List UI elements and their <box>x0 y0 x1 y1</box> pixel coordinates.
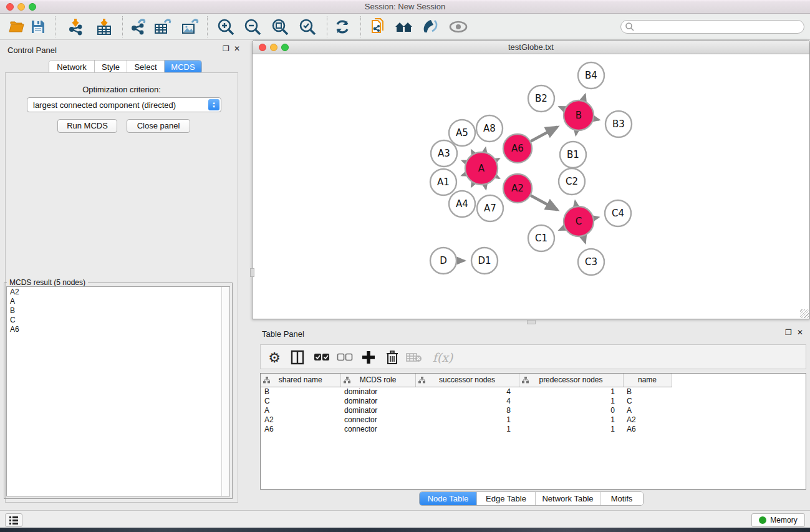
table-row[interactable]: Bdominator41B <box>261 387 806 396</box>
open-session-icon[interactable] <box>7 18 26 36</box>
edge-B-B2[interactable] <box>559 107 564 109</box>
cell-successor-nodes[interactable]: 4 <box>415 396 519 405</box>
cell-shared-name[interactable]: A6 <box>261 424 340 433</box>
column-header-shared-name[interactable]: shared name <box>261 374 340 387</box>
edge-C-C1[interactable] <box>559 228 564 230</box>
export-network-icon[interactable] <box>128 18 147 36</box>
edge-A-A3[interactable] <box>463 161 466 162</box>
add-column-icon[interactable] <box>360 349 377 366</box>
edge-B-B4[interactable] <box>583 95 585 101</box>
zoom-fit-icon[interactable] <box>271 18 289 36</box>
zoom-out-icon[interactable] <box>243 18 262 36</box>
cell-successor-nodes[interactable]: 1 <box>415 424 519 433</box>
mcds-result-item[interactable]: B <box>7 306 229 315</box>
close-panel-icon[interactable]: ✕ <box>797 328 803 337</box>
edge-A6-B[interactable] <box>531 127 557 142</box>
close-panel-icon[interactable]: ✕ <box>234 44 240 53</box>
float-panel-icon[interactable]: ❐ <box>223 44 229 53</box>
import-table-icon[interactable] <box>95 18 113 36</box>
export-table-icon[interactable] <box>153 18 172 36</box>
cell-name[interactable]: A6 <box>623 424 672 433</box>
edge-A2-C[interactable] <box>531 195 557 210</box>
node-table[interactable]: shared nameMCDS rolesuccessor nodesprede… <box>260 373 806 490</box>
close-panel-button[interactable]: Close panel <box>127 119 190 133</box>
search-field[interactable] <box>620 20 804 34</box>
cell-predecessor-nodes[interactable]: 1 <box>519 396 623 405</box>
tab-select[interactable]: Select <box>127 60 165 74</box>
scrollbar[interactable] <box>221 287 229 496</box>
table-row[interactable]: Cdominator41C <box>261 396 806 405</box>
mcds-result-item[interactable]: A2 <box>7 287 229 296</box>
cell-MCDS-role[interactable]: connector <box>340 415 415 424</box>
mcds-result-item[interactable]: C <box>7 315 229 324</box>
edge-A-A6[interactable] <box>496 158 499 160</box>
edge-C-C3[interactable] <box>583 236 585 243</box>
cell-name[interactable]: C <box>623 396 672 405</box>
cell-shared-name[interactable]: B <box>261 387 340 396</box>
vertical-splitter-handle[interactable] <box>250 268 254 277</box>
tab-style[interactable]: Style <box>95 60 127 74</box>
mcds-result-item[interactable]: A6 <box>7 324 229 334</box>
memory-button[interactable]: Memory <box>751 513 805 527</box>
table-row[interactable]: A6connector11A6 <box>261 424 806 433</box>
mcds-result-item[interactable]: A <box>7 296 229 306</box>
run-mcds-button[interactable]: Run MCDS <box>57 119 117 133</box>
column-header-successor-nodes[interactable]: successor nodes <box>415 374 519 387</box>
table-row[interactable]: Adominator80A <box>261 405 806 415</box>
tab-mcds[interactable]: MCDS <box>165 60 201 74</box>
table-options-icon[interactable]: ⚙ <box>266 349 283 366</box>
edge-A-A2[interactable] <box>496 177 499 178</box>
network-window-titlebar[interactable]: testGlobe.txt <box>253 41 809 54</box>
column-header-predecessor-nodes[interactable]: predecessor nodes <box>519 374 623 387</box>
edge-A-A4[interactable] <box>471 183 473 186</box>
edge-A-A8[interactable] <box>485 148 485 152</box>
zoom-selected-icon[interactable] <box>298 18 317 36</box>
refresh-icon[interactable] <box>333 18 352 36</box>
edge-B-B1[interactable] <box>576 131 577 135</box>
deselect-all-icon[interactable] <box>336 349 354 366</box>
tab-network-table[interactable]: Network Table <box>536 492 600 505</box>
import-network-icon[interactable] <box>66 18 85 36</box>
cell-successor-nodes[interactable]: 8 <box>415 405 519 415</box>
window-resize-grip[interactable] <box>800 309 809 318</box>
network-canvas[interactable]: B4B2BB3A5A8A6A3B1AA1C2A2A4A7C4CC1C3DD1 <box>253 54 809 319</box>
cell-successor-nodes[interactable]: 4 <box>415 387 519 396</box>
cell-MCDS-role[interactable]: dominator <box>340 405 415 415</box>
cell-predecessor-nodes[interactable]: 0 <box>519 405 623 415</box>
first-neighbors-icon[interactable] <box>394 18 413 36</box>
hide-selected-icon[interactable] <box>420 18 439 36</box>
cell-name[interactable]: A <box>623 405 672 415</box>
horizontal-splitter-handle[interactable] <box>527 320 536 324</box>
cell-shared-name[interactable]: A <box>261 405 340 415</box>
column-header-MCDS-role[interactable]: MCDS role <box>340 374 415 387</box>
task-history-button[interactable] <box>5 513 22 527</box>
cell-shared-name[interactable]: C <box>261 396 340 405</box>
export-image-icon[interactable] <box>181 18 200 36</box>
column-header-name[interactable]: name <box>623 374 672 387</box>
save-session-icon[interactable] <box>29 18 47 36</box>
show-column-icon[interactable] <box>289 349 306 366</box>
select-all-icon[interactable] <box>313 349 330 366</box>
cell-predecessor-nodes[interactable]: 1 <box>519 387 623 396</box>
edge-C-C2[interactable] <box>575 201 576 206</box>
tab-edge-table[interactable]: Edge Table <box>477 492 536 505</box>
table-row[interactable]: A2connector11A2 <box>261 415 806 424</box>
cell-MCDS-role[interactable]: dominator <box>340 387 415 396</box>
delete-column-icon[interactable] <box>383 349 401 366</box>
cell-MCDS-role[interactable]: dominator <box>340 396 415 405</box>
cell-name[interactable]: B <box>623 387 672 396</box>
zoom-in-icon[interactable] <box>216 18 235 36</box>
cell-name[interactable]: A2 <box>623 415 672 424</box>
mcds-result-list[interactable]: A2ABCA6 <box>6 286 230 496</box>
edge-A-A5[interactable] <box>471 150 473 153</box>
edge-B-B3[interactable] <box>594 118 599 120</box>
cell-predecessor-nodes[interactable]: 1 <box>519 424 623 433</box>
search-input[interactable] <box>635 22 804 32</box>
edge-C-C4[interactable] <box>594 217 598 218</box>
cell-successor-nodes[interactable]: 1 <box>415 415 519 424</box>
cell-predecessor-nodes[interactable]: 1 <box>519 415 623 424</box>
show-all-icon[interactable] <box>449 18 468 36</box>
tab-motifs[interactable]: Motifs <box>600 492 643 505</box>
edge-A-A1[interactable] <box>462 174 465 175</box>
cell-MCDS-role[interactable]: connector <box>340 424 415 433</box>
